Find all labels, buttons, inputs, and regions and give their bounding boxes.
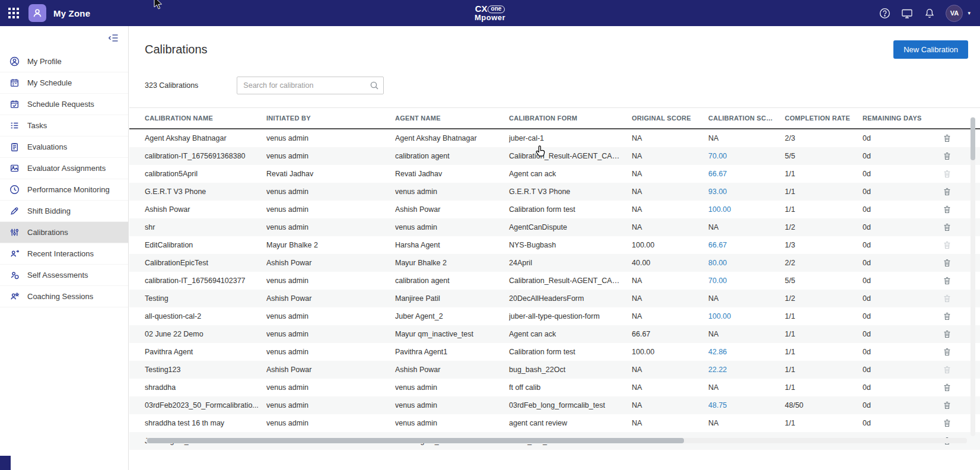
vertical-scrollbar[interactable] — [971, 117, 975, 436]
sliders-icon — [9, 227, 20, 238]
table-row[interactable]: G.E.R.T V3 Phonevenus adminvenus adminG.… — [129, 183, 980, 201]
column-header-remaining-days[interactable]: REMAINING DAYS — [863, 115, 943, 122]
delete-trash-icon[interactable] — [943, 258, 952, 268]
sidebar-item-shift-bidding[interactable]: Shift Bidding — [0, 201, 128, 222]
sidebar-item-my-profile[interactable]: My Profile — [0, 51, 128, 72]
delete-trash-icon[interactable] — [943, 205, 952, 214]
vertical-scrollbar-thumb[interactable] — [971, 118, 975, 160]
calibration-score-link[interactable]: 42.86 — [708, 348, 727, 356]
sidebar-item-performance-monitoring[interactable]: Performance Monitoring — [0, 179, 128, 201]
table-row[interactable]: TestingAshish PowarManjiree Patil20DecAl… — [129, 290, 980, 307]
column-header-initiated-by[interactable]: INITIATED BY — [266, 115, 395, 122]
avatar-chevron-down-icon[interactable]: ▾ — [968, 10, 971, 16]
cell-calibration-score: NA — [708, 294, 785, 303]
horizontal-scrollbar[interactable] — [146, 438, 967, 443]
cell-completion-rate: 5/5 — [785, 277, 863, 285]
cell-original-score: NA — [632, 223, 708, 231]
delete-trash-icon[interactable] — [943, 401, 952, 410]
table-row[interactable]: Testing123Ashish PowarAshish Powarbug_ba… — [129, 361, 980, 379]
search-icon[interactable] — [370, 81, 379, 93]
cell-calibration-name: Ashish Powar — [145, 205, 266, 214]
cell-calibration-score: 80.00 — [708, 259, 785, 267]
table-row[interactable]: CalibrationEpicTestAshish PowarMayur Bha… — [129, 254, 980, 272]
cell-remaining-days: 0d — [863, 401, 943, 409]
sidebar-item-evaluator-assignments[interactable]: Evaluator Assignments — [0, 158, 128, 179]
cell-calibration-form: Agent can ack — [509, 330, 632, 338]
delete-trash-icon[interactable] — [943, 276, 952, 285]
cell-remaining-days: 0d — [863, 312, 943, 320]
cell-original-score: 100.00 — [632, 241, 708, 249]
table-row[interactable]: shraddha test 16 th mayvenus adminvenus … — [129, 414, 980, 432]
delete-trash-icon[interactable] — [943, 347, 952, 357]
calibration-score-link[interactable]: 70.00 — [708, 152, 727, 160]
calibration-score-link[interactable]: 66.67 — [708, 170, 727, 178]
cell-calibration-name: shr — [145, 223, 266, 231]
table-row[interactable]: Ashish Powarvenus adminAshish PowarCalib… — [129, 201, 980, 218]
column-header-completion-rate[interactable]: COMPLETION RATE — [785, 115, 863, 122]
column-header-calibration-name[interactable]: CALIBRATION NAME — [145, 115, 266, 122]
cell-agent-name: Juber Agent_2 — [395, 312, 509, 320]
sidebar-item-evaluations[interactable]: Evaluations — [0, 136, 128, 158]
table-row[interactable]: shraddhavenus adminvenus adminft off cal… — [129, 379, 980, 396]
delete-trash-icon[interactable] — [943, 187, 952, 196]
delete-trash-icon[interactable] — [943, 329, 952, 339]
delete-trash-icon[interactable] — [943, 418, 952, 428]
table-row[interactable]: 03rdFeb2023_50_Formcalibratio...venus ad… — [129, 396, 980, 414]
sidebar-item-my-schedule[interactable]: My Schedule — [0, 72, 128, 94]
sidebar-item-calibrations[interactable]: Calibrations — [0, 222, 128, 243]
sidebar-item-coaching-sessions[interactable]: Coaching Sessions — [0, 286, 128, 307]
cell-calibration-score: 70.00 — [708, 277, 785, 285]
calibration-score-link[interactable]: 22.22 — [708, 366, 727, 374]
sidebar-item-tasks[interactable]: Tasks — [0, 115, 128, 136]
page-title: Calibrations — [145, 43, 208, 56]
cell-remaining-days: 0d — [863, 205, 943, 214]
delete-trash-icon[interactable] — [943, 151, 952, 161]
cell-remaining-days: 0d — [863, 152, 943, 160]
delete-trash-icon[interactable] — [943, 312, 952, 321]
user-avatar[interactable]: VA — [946, 5, 963, 22]
cell-calibration-name: 02 June 22 Demo — [145, 330, 266, 338]
search-input[interactable] — [237, 77, 384, 94]
table-row[interactable]: calibration-IT_1675691368380venus adminc… — [129, 147, 980, 165]
column-header-agent-name[interactable]: AGENT NAME — [395, 115, 509, 122]
cell-remaining-days: 0d — [863, 419, 943, 427]
calibration-score-link[interactable]: 100.00 — [708, 205, 731, 214]
sidebar-collapse-icon[interactable] — [0, 26, 128, 49]
sidebar-item-label: Tasks — [27, 121, 47, 130]
table-row[interactable]: calibration5AprilRevati JadhavRevati Jad… — [129, 165, 980, 183]
sidebar-item-self-assessments[interactable]: Self Assessments — [0, 265, 128, 286]
table-row[interactable]: Agent Akshay Bhatnagarvenus adminAgent A… — [129, 129, 980, 147]
help-icon[interactable] — [878, 7, 891, 20]
column-header-original-score[interactable]: ORIGINAL SCORE — [632, 115, 708, 122]
table-row[interactable]: all-question-cal-2venus adminJuber Agent… — [129, 307, 980, 325]
table-row[interactable]: EditCalibrationMayur Bhalke 2Harsha Agen… — [129, 236, 980, 254]
table-row[interactable]: 02 June 22 Demovenus adminMayur qm_inact… — [129, 325, 980, 343]
table-row[interactable]: Pavithra Agentvenus adminPavithra Agent1… — [129, 343, 980, 361]
cell-initiated-by: venus admin — [266, 312, 395, 320]
column-header-calibration-score[interactable]: CALIBRATION SCORE — [708, 115, 785, 122]
calibration-score-link[interactable]: 48.75 — [708, 401, 727, 409]
screen-share-icon[interactable] — [901, 7, 914, 20]
sidebar-item-recent-interactions[interactable]: Recent Interactions — [0, 243, 128, 265]
new-calibration-button[interactable]: New Calibration — [893, 40, 968, 59]
cell-remaining-days: 0d — [863, 188, 943, 196]
calibration-score-link[interactable]: 80.00 — [708, 259, 727, 267]
calibration-score-link[interactable]: 70.00 — [708, 277, 727, 285]
cell-remaining-days: 0d — [863, 170, 943, 178]
delete-trash-icon[interactable] — [943, 223, 952, 232]
column-header-calibration-form[interactable]: CALIBRATION FORM — [509, 115, 632, 122]
horizontal-scrollbar-thumb[interactable] — [147, 438, 684, 443]
my-zone-app-icon[interactable] — [28, 4, 46, 22]
delete-trash-icon[interactable] — [943, 134, 952, 143]
cell-original-score: NA — [632, 383, 708, 392]
delete-trash-icon[interactable] — [943, 383, 952, 392]
table-row[interactable]: calibration-IT_1675694102377venus adminc… — [129, 272, 980, 290]
calibration-score-link[interactable]: 66.67 — [708, 241, 727, 249]
table-row[interactable]: shrvenus adminvenus adminAgentCanDispute… — [129, 218, 980, 236]
notifications-bell-icon[interactable] — [923, 7, 936, 20]
calibration-score-link[interactable]: 100.00 — [708, 312, 731, 320]
apps-grid-icon[interactable] — [6, 5, 21, 21]
sidebar-item-schedule-requests[interactable]: Schedule Requests — [0, 94, 128, 115]
calibration-score-link[interactable]: 93.00 — [708, 188, 727, 196]
cell-calibration-form: Calibration_Result-AGENT_CAN_... — [509, 277, 632, 285]
